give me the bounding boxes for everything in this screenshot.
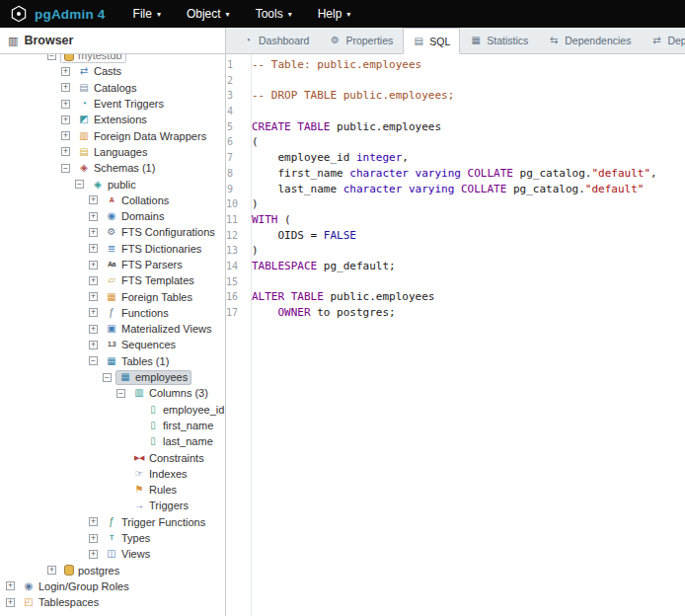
code-line[interactable]: 16ALTER TABLE public.employees <box>226 289 685 305</box>
tree-toggle-plus-icon[interactable]: + <box>61 100 70 109</box>
tree-node[interactable]: ▯employee_id <box>143 402 226 417</box>
code-line[interactable]: 2 <box>226 73 685 89</box>
code-line[interactable]: 5CREATE TABLE public.employees <box>226 119 685 135</box>
code-line[interactable]: 4 <box>226 104 685 119</box>
tree-item-trigger-functions[interactable]: +ƒTrigger Functions <box>0 514 225 530</box>
tree-toggle-plus-icon[interactable]: + <box>89 276 98 285</box>
tab-statistics[interactable]: ▦Statistics <box>460 28 538 53</box>
sql-editor[interactable]: 1-- Table: public.employees23-- DROP TAB… <box>226 54 685 616</box>
tree-item-postgres[interactable]: +postgres <box>0 563 225 578</box>
tab-dependencies[interactable]: ⇆Dependencies <box>538 28 641 53</box>
tree-toggle-minus-icon[interactable]: − <box>116 389 125 398</box>
tree-node[interactable]: ◉Domains <box>102 209 168 224</box>
tab-dashboard[interactable]: ◔Dashboard <box>232 28 319 53</box>
tree-toggle-plus-icon[interactable]: + <box>89 261 98 270</box>
tree-node[interactable]: postgres <box>60 563 123 578</box>
tree-item-types[interactable]: +TTypes <box>0 530 225 546</box>
tree-item-employee-id[interactable]: ▯employee_id <box>0 402 225 418</box>
tree-toggle-plus-icon[interactable]: + <box>89 550 98 559</box>
tree-node[interactable]: ◰Tablespaces <box>19 595 103 610</box>
tree-item-fts-dictionaries[interactable]: +≣FTS Dictionaries <box>0 241 225 257</box>
tree-item-employees[interactable]: −▦employees <box>0 369 225 385</box>
tree-toggle-plus-icon[interactable]: + <box>47 566 56 575</box>
tree-toggle-plus-icon[interactable]: + <box>89 517 98 526</box>
tree-node[interactable]: ACollations <box>102 192 173 207</box>
code-line[interactable]: 1-- Table: public.employees <box>226 57 685 73</box>
code-line[interactable]: 13) <box>226 243 685 259</box>
pgadmin-logo[interactable]: pgAdmin 4 <box>10 5 106 23</box>
tree-node[interactable]: ⚑Rules <box>129 483 181 498</box>
tab-sql[interactable]: ▤SQL <box>403 28 460 54</box>
tree-node[interactable]: ▥Foreign Data Wrappers <box>74 128 210 143</box>
tree-toggle-plus-icon[interactable]: + <box>61 67 70 76</box>
tree-item-last-name[interactable]: ▯last_name <box>0 433 225 449</box>
tree-node[interactable]: ▥Columns (3) <box>129 386 212 401</box>
tree-node[interactable]: ◉Login/Group Roles <box>19 578 133 593</box>
tree-item-fts-parsers[interactable]: +AaFTS Parsers <box>0 257 225 272</box>
tree-node[interactable]: ⇄Casts <box>74 64 125 79</box>
tree-node[interactable]: ▦employees <box>115 370 191 385</box>
code-line[interactable]: 14TABLESPACE pg_default; <box>226 259 685 274</box>
tree-item-public[interactable]: −◈public <box>0 176 225 192</box>
tree-item-rules[interactable]: ⚑Rules <box>0 482 225 498</box>
tab-properties[interactable]: ⚙Properties <box>319 28 403 53</box>
tree-node[interactable]: ▤Catalogs <box>74 80 140 95</box>
tab-dependents[interactable]: ⇄Dependents <box>641 28 685 53</box>
tree-toggle-plus-icon[interactable]: + <box>89 228 98 237</box>
tree-item-languages[interactable]: +▤Languages <box>0 144 225 160</box>
tree-node[interactable]: mytestdb <box>60 54 126 63</box>
menu-tools[interactable]: Tools▾ <box>256 7 292 21</box>
tree-item-constraints[interactable]: ▶◀Constraints <box>0 449 225 465</box>
tree-node[interactable]: ☞Indexes <box>129 466 191 481</box>
code-line[interactable]: 7 employee_id integer, <box>226 150 685 166</box>
tree-node[interactable]: ▱FTS Templates <box>102 273 198 288</box>
tree-toggle-minus-icon[interactable]: − <box>61 164 70 173</box>
tree-toggle-minus-icon[interactable]: − <box>75 180 84 189</box>
tree-node[interactable]: ◔Event Triggers <box>74 97 168 112</box>
tree-item-domains[interactable]: +◉Domains <box>0 208 225 224</box>
tree-node[interactable]: AaFTS Parsers <box>102 258 187 272</box>
code-line[interactable]: 11WITH ( <box>226 212 685 228</box>
tree-node[interactable]: ▯first_name <box>143 418 217 432</box>
code-line[interactable]: 8 first_name character varying COLLATE p… <box>226 166 685 182</box>
tree-item-catalogs[interactable]: +▤Catalogs <box>0 80 225 96</box>
tree-item-views[interactable]: +◫Views <box>0 546 225 562</box>
tree-item-functions[interactable]: +ƒFunctions <box>0 305 225 321</box>
tree-node[interactable]: ◈public <box>88 177 140 192</box>
tree-item-schemas-1[interactable]: −◈Schemas (1) <box>0 160 225 176</box>
tree-toggle-plus-icon[interactable]: + <box>61 83 70 92</box>
tree-item-indexes[interactable]: ☞Indexes <box>0 466 225 482</box>
menu-object[interactable]: Object▾ <box>187 7 230 21</box>
tree-node[interactable]: ⚙FTS Configurations <box>102 225 219 240</box>
tree-toggle-minus-icon[interactable]: − <box>47 54 56 60</box>
tree-toggle-plus-icon[interactable]: + <box>6 598 15 607</box>
tree-toggle-plus-icon[interactable]: + <box>89 195 98 204</box>
tree-toggle-plus-icon[interactable]: + <box>89 341 98 349</box>
tree-node[interactable]: ▤Languages <box>74 144 151 159</box>
tree-toggle-plus-icon[interactable]: + <box>89 534 98 543</box>
tree-item-foreign-tables[interactable]: +▦Foreign Tables <box>0 288 225 304</box>
tree-item-event-triggers[interactable]: +◔Event Triggers <box>0 96 225 112</box>
tree-node[interactable]: ▶◀Constraints <box>129 450 208 465</box>
tree-item-materialized-views[interactable]: +▣Materialized Views <box>0 321 225 337</box>
code-line[interactable]: 10) <box>226 196 685 212</box>
tree-node[interactable]: ▦Foreign Tables <box>102 289 196 304</box>
tree-toggle-plus-icon[interactable]: + <box>89 244 98 253</box>
tree-item-casts[interactable]: +⇄Casts <box>0 63 225 79</box>
tree-item-fts-configurations[interactable]: +⚙FTS Configurations <box>0 224 225 240</box>
tree-item-tablespaces[interactable]: +◰Tablespaces <box>0 594 225 610</box>
tree-item-tables-1[interactable]: −▦Tables (1) <box>0 353 225 369</box>
tree-node[interactable]: ƒFunctions <box>102 305 173 320</box>
tree-item-login-group-roles[interactable]: +◉Login/Group Roles <box>0 578 225 594</box>
tree-node[interactable]: ▣Materialized Views <box>102 322 216 337</box>
tree-toggle-plus-icon[interactable]: + <box>89 325 98 334</box>
tree-item-columns-3[interactable]: −▥Columns (3) <box>0 385 225 401</box>
tree-node[interactable]: ▦Tables (1) <box>102 353 173 368</box>
tree-item-collations[interactable]: +ACollations <box>0 192 225 208</box>
tree-toggle-plus-icon[interactable]: + <box>61 147 70 156</box>
code-line[interactable]: 9 last_name character varying COLLATE pg… <box>226 182 685 197</box>
tree-item-first-name[interactable]: ▯first_name <box>0 418 225 433</box>
tree-node[interactable]: ◩Extensions <box>74 113 151 127</box>
tree-item-extensions[interactable]: +◩Extensions <box>0 112 225 127</box>
tree-node[interactable]: ◈Schemas (1) <box>74 161 159 176</box>
